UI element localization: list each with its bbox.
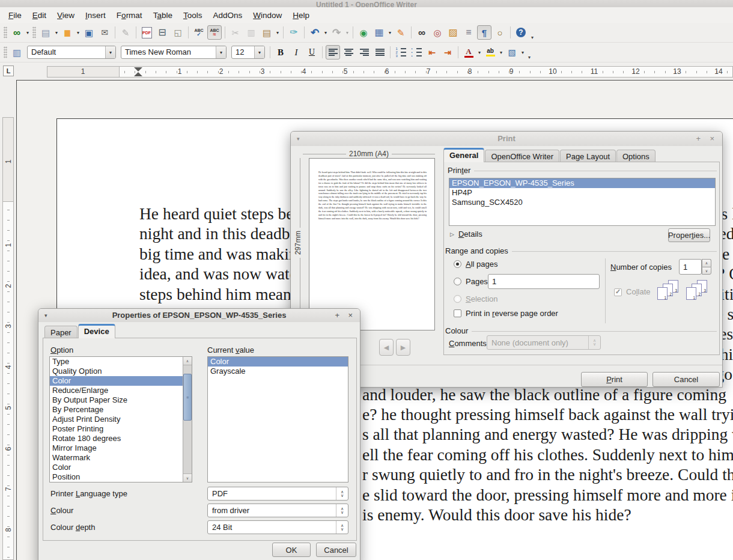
dropdown-arrow-icon[interactable]: ▾ — [323, 30, 329, 35]
copies-input[interactable] — [679, 259, 702, 275]
toolbar-options-icon[interactable]: ▾ — [528, 55, 531, 60]
apply-style-icon[interactable]: ▥ — [10, 45, 24, 59]
option-list-item[interactable]: Adjust Print Density — [50, 415, 183, 424]
email-document-icon[interactable]: ✉ — [97, 25, 112, 40]
navigator-icon[interactable]: ◎ — [430, 25, 445, 40]
print-button[interactable]: Print — [581, 372, 648, 387]
stepper-up-icon[interactable]: ∧ — [702, 259, 711, 267]
option-list-item[interactable]: Reduce/Enlarge — [50, 386, 183, 395]
font-name-combo-value[interactable]: Times New Roman — [121, 46, 216, 58]
toolbar-options-icon[interactable]: ▾ — [531, 35, 534, 40]
highlighting-icon[interactable]: ab — [483, 45, 497, 59]
dropdown-arrow-icon[interactable]: ▾ — [275, 30, 281, 35]
auto-spellcheck-icon[interactable]: ABC≈ — [207, 25, 222, 40]
toolbar-grip[interactable] — [4, 46, 7, 58]
reverse-order-checkbox[interactable] — [454, 309, 461, 317]
dropdown-arrow-icon[interactable]: ▾ — [25, 30, 31, 35]
printer-list-item[interactable]: EPSON_EPSON_WP-4535_Series — [449, 178, 715, 188]
hyperlink-icon[interactable]: ◉ — [356, 25, 371, 40]
menu-table[interactable]: Table — [148, 9, 178, 22]
cancel-button[interactable]: Cancel — [652, 372, 720, 387]
combo-dropdown-icon[interactable]: ▾ — [216, 46, 226, 58]
italic-icon[interactable]: I — [289, 45, 303, 59]
format-paintbrush-icon[interactable]: ✑ — [287, 25, 301, 40]
dropdown-arrow-icon[interactable]: ▾ — [498, 50, 504, 55]
gallery-icon[interactable]: ▨ — [446, 25, 460, 40]
pages-input[interactable] — [488, 274, 600, 289]
menu-window[interactable]: Window — [248, 9, 287, 22]
zoom-icon[interactable]: ○ — [493, 25, 507, 40]
undo-icon[interactable]: ↶ — [308, 25, 322, 40]
printer-language-type-dropdown[interactable]: PDF∧∨ — [207, 487, 348, 501]
scrollbar-track[interactable]: ≡ — [183, 365, 192, 473]
spelling-icon[interactable]: ABC✓ — [192, 25, 206, 40]
properties-dialog-titlebar[interactable]: ▾ Properties of EPSON_EPSON_WP-4535_Seri… — [38, 309, 360, 322]
option-list-item[interactable]: Mirror Image — [50, 443, 183, 453]
menu-addons[interactable]: AddOns — [207, 9, 248, 22]
pages-label[interactable]: Pages — [466, 277, 488, 286]
style-combo-value[interactable]: Default — [28, 46, 105, 58]
dropdown-arrow-icon[interactable]: ▾ — [53, 30, 59, 35]
value-list-item[interactable]: Color — [208, 357, 348, 367]
indent-marker-icon[interactable] — [134, 67, 142, 76]
scrollbar-thumb[interactable]: ≡ — [183, 374, 192, 421]
maximize-icon[interactable]: + — [335, 309, 339, 323]
option-list-item[interactable]: Rotate 180 degrees — [50, 434, 183, 443]
new-document-icon[interactable]: ▤ — [38, 25, 53, 40]
menu-insert[interactable]: Insert — [80, 9, 111, 22]
bullet-list-icon[interactable]: ••• — [409, 45, 424, 59]
scroll-up-icon[interactable]: ∧ — [183, 357, 192, 365]
bold-icon[interactable]: B — [273, 45, 288, 59]
find-toolbar-icon[interactable]: ∞ — [10, 25, 24, 40]
formatting-marks-icon[interactable]: ¶ — [477, 25, 491, 40]
properties-button[interactable]: Properties... — [668, 228, 710, 242]
option-list-item[interactable]: Watermark — [50, 453, 183, 463]
copies-stepper[interactable]: ∧ ∨ — [702, 259, 711, 275]
tab-page-layout[interactable]: Page Layout — [560, 150, 616, 162]
print-file-icon[interactable]: ⊟ — [155, 25, 169, 40]
next-page-button[interactable]: ▶ — [396, 339, 410, 356]
pages-radio[interactable] — [454, 278, 461, 285]
align-right-icon[interactable] — [357, 45, 371, 59]
dropdown-arrow-icon[interactable]: ▾ — [387, 30, 393, 35]
font-color-icon[interactable]: A — [461, 45, 476, 59]
stepper-down-icon[interactable]: ∨ — [702, 267, 711, 275]
option-list-item[interactable]: Type — [50, 357, 183, 367]
horizontal-ruler[interactable]: 11234567891011121314 — [17, 64, 733, 80]
font-size-combo-value[interactable]: 12 — [232, 46, 254, 58]
save-icon[interactable]: ▣ — [82, 25, 96, 40]
underline-icon[interactable]: U — [305, 45, 319, 59]
printer-list[interactable]: EPSON_EPSON_WP-4535_SeriesHP4PSamsung_SC… — [449, 178, 716, 226]
option-list-item[interactable]: Quality Option — [50, 367, 183, 376]
tab-options[interactable]: Options — [616, 150, 655, 162]
toolbar-grip[interactable] — [32, 26, 36, 38]
tab-general[interactable]: General — [443, 148, 484, 162]
reverse-order-label[interactable]: Print in reverse page order — [466, 309, 558, 318]
dropdown-arrow-icon[interactable]: ▾ — [520, 50, 526, 55]
close-icon[interactable]: × — [710, 132, 714, 146]
combo-dropdown-icon[interactable]: ▾ — [254, 46, 264, 58]
option-list-item[interactable]: Color — [50, 376, 183, 386]
increase-indent-icon[interactable]: ⇥ — [440, 45, 455, 59]
cancel-button[interactable]: Cancel — [316, 543, 356, 557]
data-sources-icon[interactable]: ≡ — [461, 25, 476, 40]
option-list[interactable]: TypeQuality OptionColorReduce/EnlargeBy … — [49, 356, 192, 482]
menu-view[interactable]: View — [52, 9, 80, 22]
tab-paper[interactable]: Paper — [44, 326, 78, 338]
window-menu-icon[interactable]: ▾ — [297, 132, 300, 146]
draw-functions-icon[interactable]: ✎ — [394, 25, 408, 40]
open-document-icon[interactable]: ▆ — [60, 25, 75, 40]
menu-format[interactable]: Format — [111, 9, 148, 22]
option-list-scrollbar[interactable]: ∧ ≡ ∨ — [183, 357, 192, 482]
menu-tools[interactable]: Tools — [178, 9, 208, 22]
insert-table-icon[interactable]: ▦ — [372, 25, 386, 40]
tab-openoffice-writer[interactable]: OpenOffice Writer — [485, 150, 559, 162]
colour-dropdown[interactable]: from driver∧∨ — [207, 504, 348, 517]
option-list-item[interactable]: By Output Paper Size — [50, 395, 183, 405]
ok-button[interactable]: OK — [272, 543, 311, 557]
help-icon[interactable]: ? — [514, 25, 528, 40]
previous-page-button[interactable]: ◀ — [379, 339, 394, 356]
all-pages-radio[interactable] — [454, 260, 461, 268]
dropdown-arrow-icon[interactable]: ▾ — [75, 30, 81, 35]
colour-depth-dropdown[interactable]: 24 Bit∧∨ — [207, 520, 348, 534]
